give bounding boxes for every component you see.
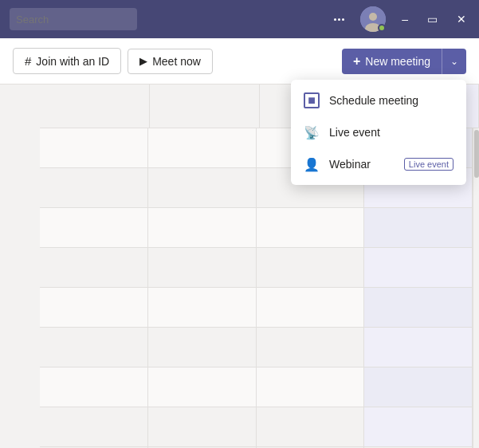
webinar-label: Webinar <box>329 158 371 171</box>
live-event-item[interactable]: 📡 Live event <box>291 116 466 148</box>
webinar-item[interactable]: 👤 Webinar Live event <box>291 148 466 180</box>
scrollbar-track[interactable] <box>473 128 479 448</box>
search-input[interactable] <box>10 8 137 30</box>
chevron-down-icon: ⌄ <box>450 56 458 67</box>
day-cell[interactable] <box>364 407 472 447</box>
minimize-icon: – <box>402 13 408 26</box>
more-options-button[interactable] <box>331 15 347 24</box>
day-cell[interactable] <box>148 168 256 208</box>
day-cell[interactable] <box>40 248 147 288</box>
maximize-button[interactable]: ▭ <box>424 10 441 29</box>
camera-icon: ▶ <box>139 55 147 67</box>
maximize-icon: ▭ <box>427 13 438 26</box>
day-cell[interactable] <box>148 288 256 328</box>
day-cell[interactable] <box>148 248 256 288</box>
time-slot-label <box>0 124 40 164</box>
join-with-id-label: Join with an ID <box>36 55 109 68</box>
time-slot-label <box>0 204 40 244</box>
day-cell[interactable] <box>364 208 472 248</box>
day-cell[interactable] <box>40 208 147 248</box>
day-cell[interactable] <box>257 367 364 407</box>
day-cell[interactable] <box>257 407 364 447</box>
day-cell[interactable] <box>148 128 256 168</box>
webinar-icon: 👤 <box>304 156 320 172</box>
time-slot-label <box>0 284 40 324</box>
new-meeting-label: New meeting <box>365 55 430 68</box>
time-slots-column <box>0 84 40 448</box>
day-cell[interactable] <box>40 328 147 367</box>
title-bar-right: – ▭ ✕ <box>331 6 469 32</box>
meet-now-label: Meet now <box>152 55 201 68</box>
schedule-meeting-label: Schedule meeting <box>329 94 418 107</box>
day-cell[interactable] <box>364 248 472 288</box>
day-cell[interactable] <box>148 407 256 447</box>
day-cell[interactable] <box>257 208 364 248</box>
day-col-1 <box>40 128 148 448</box>
plus-icon: + <box>353 54 360 69</box>
avatar[interactable] <box>360 6 386 32</box>
time-slot-label <box>0 324 40 364</box>
day-cell[interactable] <box>148 328 256 367</box>
close-button[interactable]: ✕ <box>453 10 469 29</box>
toolbar: # Join with an ID ▶ Meet now + New meeti… <box>0 38 479 84</box>
calendar-icon: ■ <box>304 92 320 108</box>
day-cell[interactable] <box>257 248 364 288</box>
day-cell[interactable] <box>40 168 147 208</box>
radio-icon: 📡 <box>304 124 320 140</box>
meet-now-button[interactable]: ▶ Meet now <box>128 49 213 74</box>
join-with-id-button[interactable]: # Join with an ID <box>13 48 121 74</box>
title-bar-left <box>10 8 137 30</box>
scrollbar-thumb[interactable] <box>474 130 479 178</box>
minimize-button[interactable]: – <box>399 10 411 29</box>
new-meeting-dropdown-button[interactable]: ⌄ <box>442 49 466 74</box>
day-cell[interactable] <box>257 328 364 367</box>
dots-icon <box>334 18 344 21</box>
day-cell[interactable] <box>40 367 147 407</box>
schedule-meeting-item[interactable]: ■ Schedule meeting <box>291 84 466 116</box>
time-slot-label <box>0 164 40 204</box>
time-slot-label <box>0 244 40 284</box>
time-slot-label <box>0 364 40 403</box>
hash-icon: # <box>25 54 31 68</box>
day-cell[interactable] <box>364 288 472 328</box>
live-event-badge: Live event <box>404 158 453 171</box>
day-cell[interactable] <box>40 128 147 168</box>
new-meeting-button[interactable]: + New meeting <box>342 49 442 74</box>
day-cell[interactable] <box>364 328 472 367</box>
day-cell[interactable] <box>40 407 147 447</box>
day-cell[interactable] <box>257 288 364 328</box>
close-icon: ✕ <box>457 13 466 26</box>
new-meeting-group: + New meeting ⌄ <box>342 49 466 74</box>
live-event-label: Live event <box>329 126 380 139</box>
day-header-col-2 <box>150 84 260 128</box>
day-cell[interactable] <box>148 208 256 248</box>
svg-point-1 <box>369 13 377 21</box>
day-header-col-1 <box>40 84 150 128</box>
time-slot-label <box>0 84 40 124</box>
day-cell[interactable] <box>40 288 147 328</box>
day-cell[interactable] <box>148 367 256 407</box>
new-meeting-dropdown-menu: ■ Schedule meeting 📡 Live event 👤 Webina… <box>291 80 466 185</box>
day-cell[interactable] <box>364 367 472 407</box>
day-col-2 <box>148 128 257 448</box>
avatar-status-indicator <box>378 24 386 32</box>
title-bar: – ▭ ✕ <box>0 0 479 38</box>
